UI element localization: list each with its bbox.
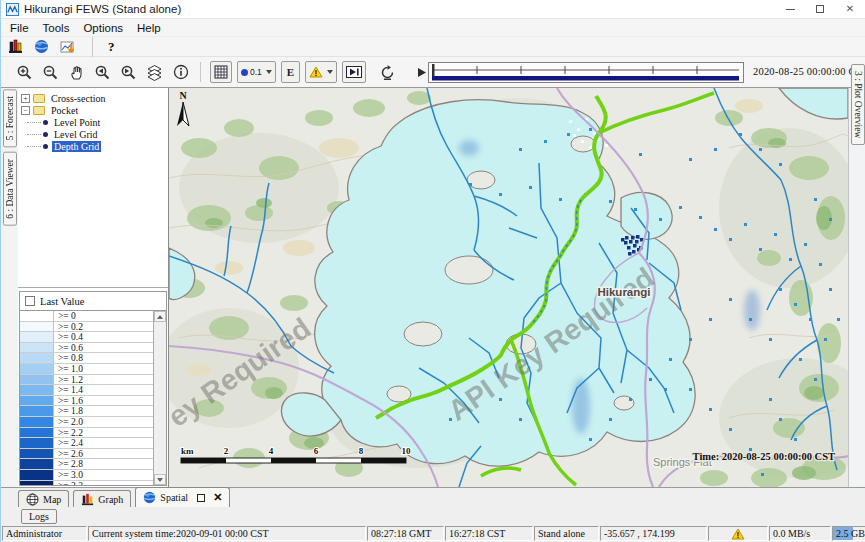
legend-swatch <box>20 396 54 406</box>
spatial-display-icon[interactable] <box>60 39 77 54</box>
tab-spatial[interactable]: Spatial ✕ <box>135 487 230 507</box>
info-button[interactable] <box>170 61 191 83</box>
tree-item-depth-grid[interactable]: Depth Grid <box>21 140 166 152</box>
menu-file[interactable]: File <box>3 22 36 34</box>
database-icon[interactable] <box>8 39 23 54</box>
close-tab-icon[interactable]: ✕ <box>213 492 222 503</box>
legend-row[interactable]: >= 2.8 <box>20 459 153 470</box>
legend-row[interactable]: >= 3.0 <box>20 470 153 481</box>
svg-text:8: 8 <box>359 446 364 456</box>
rotate-animation-button[interactable] <box>377 61 398 83</box>
app-logo-icon <box>6 3 19 16</box>
legend-swatch <box>20 375 54 385</box>
grid-display-button[interactable] <box>210 61 232 83</box>
svg-text:10: 10 <box>402 446 412 456</box>
scroll-down-icon[interactable] <box>154 474 166 485</box>
legend-scrollbar[interactable] <box>153 311 166 485</box>
legend-row[interactable]: >= 1.6 <box>20 396 153 407</box>
zoom-in-button[interactable] <box>14 61 35 83</box>
tree-connector <box>27 146 41 147</box>
scroll-up-icon[interactable] <box>154 311 166 322</box>
tab-forecast[interactable]: 5 : Forecast <box>3 89 17 147</box>
legend-row[interactable]: >= 2.6 <box>20 449 153 460</box>
help-button[interactable]: ? <box>108 39 115 55</box>
legend-swatch <box>20 332 54 342</box>
svg-text:6: 6 <box>314 446 319 456</box>
legend-row-label: >= 1.2 <box>54 375 153 385</box>
svg-text:N: N <box>179 90 187 101</box>
chevron-down-icon <box>266 70 272 74</box>
tab-graph[interactable]: Graph <box>73 490 131 507</box>
legend-row[interactable]: >= 0 <box>20 311 153 322</box>
legend-row-label: >= 3.2 <box>54 481 153 486</box>
last-value-checkbox[interactable] <box>25 296 35 306</box>
menu-help[interactable]: Help <box>130 22 168 34</box>
tab-map[interactable]: Map <box>18 490 69 507</box>
legend-row[interactable]: >= 2.4 <box>20 438 153 449</box>
maximize-button[interactable] <box>805 0 835 18</box>
legend-row[interactable]: >= 1.4 <box>20 385 153 396</box>
legend-row-label: >= 0.4 <box>54 332 153 342</box>
maximize-tab-icon[interactable] <box>197 494 205 502</box>
tree-item-label: Cross-section <box>49 93 107 104</box>
legend-row[interactable]: >= 0.2 <box>20 322 153 333</box>
legend-row[interactable]: >= 0.8 <box>20 353 153 364</box>
pan-hand-button[interactable] <box>66 61 87 83</box>
folder-icon <box>33 94 45 103</box>
tree-item-level-point[interactable]: Level Point <box>21 116 166 128</box>
globe-icon[interactable] <box>34 39 49 54</box>
logs-row: Logs <box>1 507 865 525</box>
legend-row[interactable]: >= 0.6 <box>20 343 153 354</box>
legend-swatch <box>20 428 54 438</box>
tree-item-cross-section[interactable]: +Cross-section <box>21 92 166 104</box>
layers-button[interactable] <box>144 61 165 83</box>
tree-item-label: Depth Grid <box>52 141 101 152</box>
tree-connector <box>27 134 41 135</box>
layer-tree: +Cross-section−PocketLevel PointLevel Gr… <box>18 88 168 288</box>
legend-row-label: >= 3.0 <box>54 470 153 480</box>
legend-row[interactable]: >= 1.2 <box>20 375 153 386</box>
legend-row-label: >= 2.4 <box>54 438 153 448</box>
animation-button[interactable] <box>342 61 366 83</box>
legend-row[interactable]: >= 2.0 <box>20 417 153 428</box>
collapse-icon[interactable]: − <box>21 106 30 115</box>
zoom-next-button[interactable] <box>118 61 139 83</box>
labels-toggle-button[interactable]: E <box>281 61 300 83</box>
close-button[interactable]: ✕ <box>835 0 865 18</box>
legend-swatch <box>20 406 54 416</box>
legend-swatch <box>20 470 54 480</box>
legend-row[interactable]: >= 2.2 <box>20 428 153 439</box>
expand-icon[interactable]: + <box>21 94 30 103</box>
logs-button[interactable]: Logs <box>21 509 57 524</box>
legend-row[interactable]: >= 3.2 <box>20 481 153 486</box>
zoom-out-button[interactable] <box>40 61 61 83</box>
menu-options[interactable]: Options <box>76 22 130 34</box>
legend-swatch <box>20 322 54 332</box>
tree-item-label: Level Grid <box>52 129 100 140</box>
legend-swatch <box>20 343 54 353</box>
warning-threshold-dropdown[interactable] <box>305 61 337 83</box>
legend-swatch <box>20 364 54 374</box>
legend-row[interactable]: >= 0.4 <box>20 332 153 343</box>
point-size-dropdown[interactable]: 0.1 <box>237 61 276 83</box>
legend-row[interactable]: >= 1.8 <box>20 406 153 417</box>
map-area[interactable]: ey Required API Key Required Hikurangi S… <box>169 88 848 487</box>
status-mode: Stand alone <box>534 526 599 541</box>
map-canvas[interactable]: ey Required API Key Required Hikurangi S… <box>169 88 848 487</box>
tab-data-viewer[interactable]: 6 : Data Viewer <box>3 152 17 226</box>
map-time-label: Time: 2020-08-25 00:00:00 CST <box>693 451 835 462</box>
tree-item-level-grid[interactable]: Level Grid <box>21 128 166 140</box>
status-user: Administrator <box>2 526 87 541</box>
zoom-previous-button[interactable] <box>92 61 113 83</box>
menu-tools[interactable]: Tools <box>36 22 77 34</box>
tab-graph-label: Graph <box>98 494 123 505</box>
legend-swatch <box>20 353 54 363</box>
tab-plot-overview[interactable]: 3 : Plot Overview <box>851 64 865 145</box>
timeline-range-bar <box>432 76 739 81</box>
legend-row-label: >= 2.0 <box>54 417 153 427</box>
tree-item-pocket[interactable]: −Pocket <box>21 104 166 116</box>
timeline-slider[interactable] <box>428 62 744 83</box>
svg-text:2: 2 <box>224 446 229 456</box>
minimize-button[interactable] <box>775 0 805 18</box>
legend-row[interactable]: >= 1.0 <box>20 364 153 375</box>
